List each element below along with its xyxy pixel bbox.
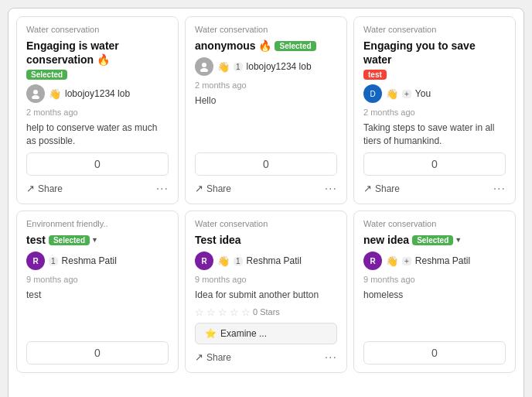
avatar: R — [26, 252, 45, 270]
status-badge: Selected — [275, 41, 315, 51]
user-count-badge: 1 — [234, 257, 243, 265]
examine-label: Examine ... — [220, 328, 267, 339]
card-footer: ↗Share··· — [195, 182, 337, 196]
user-row: D👋+You — [363, 84, 506, 103]
more-options-button[interactable]: ··· — [325, 351, 337, 364]
user-row: R👋1Reshma Patil — [195, 252, 337, 270]
card-footer: ↗Share··· — [363, 182, 506, 196]
user-emoji: 👋 — [217, 255, 230, 267]
card-title: anonymous 🔥 — [195, 39, 271, 53]
card-body: Idea for submit another button — [195, 289, 337, 302]
main-container: Water conservationEngaging is water cons… — [8, 8, 524, 397]
user-count-badge: + — [402, 90, 411, 98]
cards-grid: Water conservationEngaging is water cons… — [16, 16, 516, 373]
examine-button[interactable]: ⭐Examine ... — [195, 323, 337, 344]
badge-wrapper: Selected — [275, 41, 315, 51]
share-button[interactable]: ↗Share — [195, 183, 231, 194]
timestamp: 9 months ago — [195, 275, 337, 284]
badge-wrapper: Selected▼ — [49, 235, 98, 245]
username: lobojoy1234 lob — [247, 61, 312, 72]
share-label: Share — [38, 183, 63, 194]
star-icon: ☆ — [230, 306, 239, 318]
vote-count[interactable]: 0 — [26, 341, 169, 364]
card-title-row: Test idea — [195, 233, 337, 247]
svg-point-1 — [32, 95, 39, 99]
card-title: Engaging you to save water — [363, 39, 506, 67]
star-icon: ☆ — [218, 306, 227, 318]
timestamp: 9 months ago — [26, 275, 169, 284]
timestamp: 2 months ago — [363, 108, 506, 117]
examine-icon: ⭐ — [205, 328, 217, 339]
status-badge: Selected — [26, 70, 67, 80]
svg-point-3 — [200, 68, 208, 72]
card-body: Hello — [195, 94, 337, 108]
vote-count[interactable]: 0 — [363, 152, 506, 176]
share-label: Share — [206, 183, 231, 194]
share-icon: ↗ — [363, 183, 372, 194]
share-button[interactable]: ↗Share — [363, 183, 400, 194]
user-count-badge: 1 — [234, 63, 243, 71]
share-button[interactable]: ↗Share — [195, 351, 231, 363]
vote-count[interactable]: 0 — [195, 152, 337, 176]
card-body: Taking steps to save water in all tiers … — [363, 121, 506, 148]
card-title-row: new ideaSelected▼ — [363, 233, 506, 247]
vote-count[interactable]: 0 — [26, 152, 169, 176]
timestamp: 2 months ago — [195, 80, 337, 90]
share-button[interactable]: ↗Share — [26, 183, 63, 194]
status-badge: Selected — [412, 235, 453, 245]
stars-count: 0 Stars — [253, 307, 280, 317]
username: Reshma Patil — [247, 255, 302, 266]
username: You — [415, 88, 431, 99]
star-icon: ☆ — [206, 306, 216, 318]
card-title: test — [26, 233, 46, 247]
avatar — [195, 57, 213, 76]
badge-dropdown-icon[interactable]: ▼ — [91, 236, 98, 244]
share-icon: ↗ — [26, 183, 35, 194]
user-emoji: 👋 — [49, 88, 61, 100]
avatar: D — [363, 84, 382, 103]
user-row: R👋+Reshma Patil — [363, 252, 506, 270]
card-body: help to conserve water as much as possib… — [26, 121, 169, 148]
user-emoji: 👋 — [386, 88, 398, 100]
share-label: Share — [375, 183, 400, 194]
vote-count[interactable]: 0 — [363, 341, 506, 364]
badge-dropdown-icon[interactable]: ▼ — [455, 236, 462, 244]
card-card2: Water conservationanonymous 🔥Selected 👋1… — [185, 16, 347, 204]
card-body: test — [26, 289, 169, 302]
timestamp: 2 months ago — [26, 108, 169, 117]
timestamp: 9 months ago — [363, 275, 506, 284]
more-options-button[interactable]: ··· — [325, 182, 337, 196]
svg-point-0 — [33, 90, 38, 94]
user-count-badge: 1 — [49, 257, 58, 265]
user-row: R1Reshma Patil — [26, 252, 169, 270]
star-icon: ☆ — [241, 306, 251, 318]
card-card1: Water conservationEngaging is water cons… — [16, 16, 179, 204]
user-count-badge: + — [402, 257, 411, 265]
more-options-button[interactable]: ··· — [493, 182, 506, 196]
badge-wrapper: test — [363, 70, 387, 80]
badge-wrapper: Selected▼ — [412, 235, 462, 245]
card-title: Engaging is water conservation 🔥 — [26, 39, 169, 67]
badge-wrapper: Selected — [26, 70, 67, 80]
status-badge: test — [363, 70, 387, 80]
card-card6: Water conservationnew ideaSelected▼R👋+Re… — [353, 210, 516, 373]
username: Reshma Patil — [62, 255, 117, 266]
avatar — [26, 84, 45, 103]
card-card3: Water conservationEngaging you to save w… — [353, 16, 516, 204]
username: lobojoy1234 lob — [65, 88, 130, 99]
card-title-row: testSelected▼ — [26, 233, 169, 247]
card-footer: ↗Share··· — [195, 351, 337, 364]
share-label: Share — [206, 352, 231, 363]
card-category: Water conservation — [363, 25, 506, 34]
card-title: Test idea — [195, 233, 241, 247]
more-options-button[interactable]: ··· — [156, 182, 169, 196]
card-title-row: Engaging is water conservation 🔥Selected — [26, 39, 169, 80]
user-row: 👋lobojoy1234 lob — [26, 84, 169, 103]
card-body: homeless — [363, 289, 506, 302]
card-card4: Environment friendly..testSelected▼R1Res… — [16, 210, 179, 373]
svg-point-2 — [202, 63, 206, 67]
avatar: R — [363, 252, 382, 270]
card-footer: ↗Share··· — [26, 182, 169, 196]
user-row: 👋1lobojoy1234 lob — [195, 57, 337, 76]
share-icon: ↗ — [195, 183, 203, 194]
